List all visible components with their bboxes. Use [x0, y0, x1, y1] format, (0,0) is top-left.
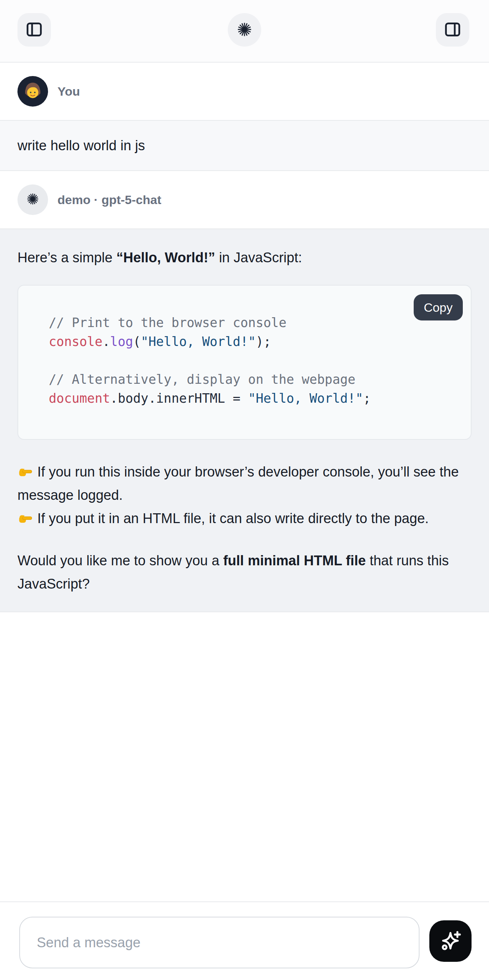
right-panel-toggle-button[interactable] [436, 13, 469, 46]
code-line: console.log("Hello, World!"); [49, 332, 460, 351]
sparkles-icon [438, 928, 463, 954]
starburst-icon [26, 192, 40, 207]
top-bar [0, 0, 489, 62]
starburst-icon [236, 21, 253, 39]
user-message-text: write hello world in js [18, 134, 471, 157]
pointing-right-emoji [18, 511, 33, 526]
assistant-intro-text: Here’s a simple “Hello, World!” in JavaS… [18, 246, 471, 269]
code-line [49, 351, 460, 370]
copy-button[interactable]: Copy [414, 294, 463, 320]
pointing-right-emoji [18, 464, 33, 479]
assistant-paragraph-tips: If you run this inside your browser’s de… [18, 460, 471, 530]
chat-scroll-area: You write hello world in js demo · gpt-5… [0, 62, 489, 612]
panel-left-icon [25, 21, 43, 40]
panel-right-icon [443, 21, 462, 40]
user-sender-label: You [57, 84, 80, 99]
user-avatar [18, 76, 48, 107]
composer-bar [0, 901, 489, 980]
code-block: Copy // Print to the browser consolecons… [18, 285, 471, 440]
user-sender-row: You [0, 62, 489, 120]
send-button[interactable] [429, 920, 471, 962]
assistant-message: Here’s a simple “Hello, World!” in JavaS… [0, 228, 489, 612]
model-button[interactable] [228, 13, 261, 46]
sidebar-toggle-button[interactable] [18, 13, 51, 46]
code-line: // Print to the browser console [49, 313, 460, 332]
user-message: write hello world in js [0, 120, 489, 171]
assistant-paragraph-question: Would you like me to show you a full min… [18, 549, 471, 595]
code-line: document.body.innerHTML = "Hello, World!… [49, 389, 460, 408]
assistant-sender-row: demo · gpt-5-chat [0, 171, 489, 228]
starburst-rays [238, 22, 251, 36]
code-line: // Alternatively, display on the webpage [49, 370, 460, 389]
person-emoji-icon [21, 79, 45, 104]
message-input[interactable] [19, 917, 419, 968]
assistant-sender-label: demo · gpt-5-chat [57, 193, 161, 207]
assistant-avatar [18, 185, 48, 215]
code-content: // Print to the browser consoleconsole.l… [18, 286, 471, 439]
